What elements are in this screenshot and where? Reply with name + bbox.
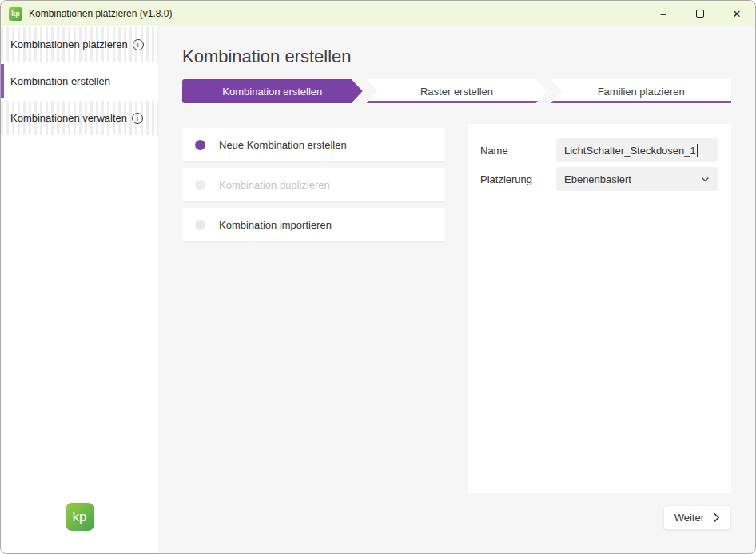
wizard-stepper: Kombination erstellen Raster erstellen F… [182, 79, 731, 103]
app-icon: kp [9, 7, 22, 21]
platzierung-select[interactable]: Ebenenbasiert [556, 167, 718, 191]
weiter-button-label: Weiter [674, 512, 704, 524]
option-kombination-importieren[interactable]: Kombination importieren [182, 208, 445, 241]
window-title: Kombinationen platzieren (v1.8.0) [29, 8, 172, 19]
name-label: Name [480, 145, 556, 157]
sidebar-item-kombinationen-platzieren[interactable]: Kombinationen platzieren i [1, 27, 158, 62]
info-icon[interactable]: i [132, 113, 143, 124]
window-content: Kombinationen platzieren i Kombination e… [1, 26, 755, 553]
sidebar-item-label: Kombination erstellen [10, 75, 110, 87]
maximize-icon [696, 10, 704, 18]
option-neue-kombination-erstellen[interactable]: Neue Kombination erstellen [182, 128, 445, 161]
name-row: Name LichtSchalter_Steckdosen_1 [480, 138, 718, 162]
option-kombination-duplizieren: Kombination duplizieren [182, 168, 445, 201]
option-label: Neue Kombination erstellen [219, 139, 347, 151]
sidebar-item-kombination-erstellen[interactable]: Kombination erstellen [1, 64, 158, 98]
chevron-down-icon [700, 174, 710, 185]
maximize-button[interactable] [682, 1, 718, 26]
form-panel: Name LichtSchalter_Steckdosen_1 Platzier… [468, 124, 731, 493]
close-button[interactable]: ✕ [718, 1, 755, 26]
main-area: Kombination erstellen Kombination erstel… [158, 26, 755, 553]
option-label: Kombination importieren [219, 219, 332, 231]
chevron-right-icon [713, 512, 720, 523]
platzierung-label: Platzierung [480, 173, 556, 185]
sidebar-item-label: Kombinationen platzieren [10, 38, 128, 50]
name-input-value: LichtSchalter_Steckdosen_1 [564, 145, 696, 157]
step-raster-erstellen[interactable]: Raster erstellen [367, 79, 547, 103]
radio-unselected-icon [195, 180, 205, 190]
platzierung-select-value: Ebenenbasiert [564, 173, 631, 185]
kp-logo: kp [66, 503, 94, 531]
name-input[interactable]: LichtSchalter_Steckdosen_1 [556, 138, 718, 162]
sidebar-item-label: Kombinationen verwalten [10, 112, 127, 124]
info-icon[interactable]: i [133, 39, 144, 50]
step-familien-platzieren[interactable]: Familien platzieren [551, 79, 731, 103]
platzierung-row: Platzierung Ebenenbasiert [480, 167, 718, 191]
content-columns: Neue Kombination erstellen Kombination d… [182, 124, 731, 493]
radio-unselected-icon [195, 220, 205, 230]
minimize-button[interactable]: – [645, 1, 682, 26]
titlebar: kp Kombinationen platzieren (v1.8.0) – ✕ [1, 1, 755, 26]
sidebar-item-kombinationen-verwalten[interactable]: Kombinationen verwalten i [1, 101, 158, 135]
option-label: Kombination duplizieren [219, 179, 330, 191]
weiter-button[interactable]: Weiter [663, 505, 731, 530]
radio-selected-icon [195, 140, 205, 150]
page-title: Kombination erstellen [182, 46, 731, 67]
window-controls: – ✕ [645, 1, 755, 26]
option-list: Neue Kombination erstellen Kombination d… [182, 124, 445, 248]
app-window: kp Kombinationen platzieren (v1.8.0) – ✕… [0, 0, 756, 554]
sidebar: Kombinationen platzieren i Kombination e… [1, 26, 158, 553]
step-kombination-erstellen[interactable]: Kombination erstellen [182, 79, 363, 103]
text-cursor [697, 144, 698, 157]
